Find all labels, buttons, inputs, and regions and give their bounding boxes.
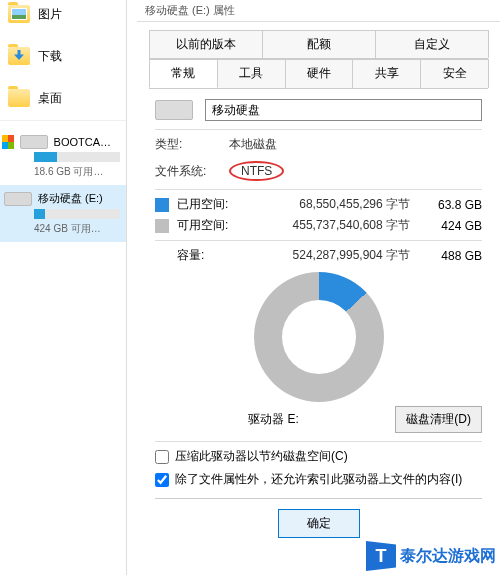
tab-tools[interactable]: 工具: [217, 59, 286, 88]
drive-icon: [20, 135, 48, 149]
tabs-row-lower: 常规 工具 硬件 共享 安全: [149, 59, 488, 89]
drive-usage-bar: [34, 152, 120, 162]
ok-button[interactable]: 确定: [278, 509, 360, 538]
downloads-folder-icon: [8, 47, 30, 65]
filesystem-value: NTFS: [241, 164, 272, 178]
drive-name: 移动硬盘 (E:): [38, 191, 103, 206]
tabs-row-upper: 以前的版本 配额 自定义: [149, 30, 488, 59]
drive-sub-label: 18.6 GB 可用…: [34, 165, 120, 179]
sidebar-item-pictures[interactable]: 图片: [0, 0, 126, 28]
free-space-bytes: 455,737,540,608 字节: [241, 217, 410, 234]
watermark: 泰尔达游戏网: [366, 541, 496, 571]
tab-security[interactable]: 安全: [420, 59, 489, 88]
explorer-sidebar: 图片 下载 桌面 BOOTCAMP (… 18.6 GB 可用… 移动硬盘 (E…: [0, 0, 127, 575]
sidebar-item-downloads[interactable]: 下载: [0, 42, 126, 70]
pictures-folder-icon: [8, 5, 30, 23]
used-space-gb: 63.8 GB: [418, 198, 482, 212]
drive-icon: [4, 192, 32, 206]
compress-drive-checkbox[interactable]: [155, 450, 169, 464]
drive-usage-bar: [34, 209, 120, 219]
tab-quota[interactable]: 配额: [262, 30, 376, 58]
drive-properties-dialog: 移动硬盘 (E:) 属性 以前的版本 配额 自定义 常规 工具 硬件 共享 安全…: [137, 0, 500, 575]
windows-flag-icon: [2, 135, 14, 149]
dialog-titlebar[interactable]: 移动硬盘 (E:) 属性: [137, 0, 500, 22]
sidebar-item-label: 下载: [38, 48, 62, 65]
drive-item-removable-e[interactable]: 移动硬盘 (E:) 424 GB 可用…: [0, 185, 126, 242]
tab-previous-versions[interactable]: 以前的版本: [149, 30, 263, 58]
drive-letter-label: 驱动器 E:: [248, 411, 299, 428]
free-space-label: 可用空间:: [177, 217, 233, 234]
drive-item-bootcamp[interactable]: BOOTCAMP (… 18.6 GB 可用…: [0, 129, 126, 185]
type-value: 本地磁盘: [229, 136, 277, 153]
drive-large-icon: [155, 100, 193, 120]
index-drive-label: 除了文件属性外，还允许索引此驱动器上文件的内容(I): [175, 471, 462, 488]
used-space-label: 已用空间:: [177, 196, 233, 213]
sidebar-item-desktop[interactable]: 桌面: [0, 84, 126, 112]
watermark-site-name: 泰尔达游戏网: [400, 547, 496, 564]
free-space-gb: 424 GB: [418, 219, 482, 233]
capacity-gb: 488 GB: [418, 249, 482, 263]
compress-drive-label: 压缩此驱动器以节约磁盘空间(C): [175, 448, 348, 465]
sidebar-item-label: 桌面: [38, 90, 62, 107]
tab-hardware[interactable]: 硬件: [285, 59, 354, 88]
sidebar-separator: [0, 120, 126, 121]
drive-sub-label: 424 GB 可用…: [34, 222, 120, 236]
disk-usage-donut: [155, 272, 482, 402]
used-space-bytes: 68,550,455,296 字节: [241, 196, 410, 213]
general-tab-content: 类型: 本地磁盘 文件系统: NTFS 已用空间: 68,550,455,296…: [137, 89, 500, 538]
watermark-logo-icon: [366, 541, 396, 571]
filesystem-label: 文件系统:: [155, 163, 217, 180]
index-drive-checkbox[interactable]: [155, 473, 169, 487]
free-space-swatch: [155, 219, 169, 233]
sidebar-item-label: 图片: [38, 6, 62, 23]
capacity-bytes: 524,287,995,904 字节: [241, 247, 410, 264]
tab-sharing[interactable]: 共享: [352, 59, 421, 88]
desktop-folder-icon: [8, 89, 30, 107]
drive-name: BOOTCAMP (…: [54, 136, 120, 148]
drive-name-input[interactable]: [205, 99, 482, 121]
type-label: 类型:: [155, 136, 217, 153]
filesystem-value-highlight: NTFS: [229, 161, 284, 181]
used-space-swatch: [155, 198, 169, 212]
dialog-button-bar: 确定: [155, 498, 482, 538]
disk-cleanup-button[interactable]: 磁盘清理(D): [395, 406, 482, 433]
dialog-title: 移动硬盘 (E:) 属性: [145, 3, 235, 18]
tab-custom[interactable]: 自定义: [375, 30, 489, 58]
tab-general[interactable]: 常规: [149, 59, 218, 88]
capacity-label: 容量:: [177, 247, 233, 264]
